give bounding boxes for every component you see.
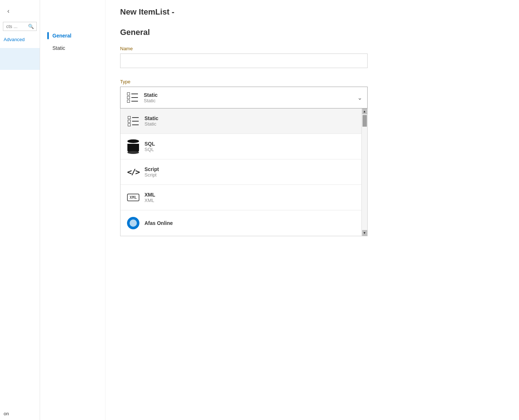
search-icon: 🔍 (28, 24, 34, 29)
nav-item-general[interactable]: General (47, 29, 98, 42)
dropdown-item-xml[interactable]: XML XML XML (120, 185, 362, 210)
script-item-primary: Script (144, 166, 159, 172)
name-label: Name (120, 46, 504, 51)
static-item-primary: Static (144, 115, 158, 121)
static-item-secondary: Static (144, 121, 158, 127)
sql-item-text: SQL SQL (144, 141, 155, 152)
afas-item-primary: Afas Online (144, 220, 173, 226)
selected-type-secondary: Static (144, 98, 158, 103)
dropdown-item-script[interactable]: </> Script Script (120, 159, 362, 185)
dropdown-menu-list: Static Static SQL SQL (120, 108, 368, 236)
selected-type-primary: Static (144, 92, 158, 98)
xml-tag-icon: XML (126, 194, 141, 201)
scroll-thumb[interactable] (362, 115, 367, 127)
nav-item-label-general: General (52, 33, 71, 39)
static-list-icon (126, 116, 141, 126)
dropdown-scrollbar[interactable]: ▲ ▼ (361, 108, 367, 236)
name-input[interactable] (120, 54, 368, 68)
sql-item-secondary: SQL (144, 147, 155, 152)
afas-item-text: Afas Online (144, 220, 173, 226)
type-label: Type (120, 79, 504, 84)
selected-type-text: Static Static (144, 92, 158, 103)
chevron-down-icon: ⌄ (357, 94, 362, 101)
search-input[interactable] (6, 24, 28, 29)
sql-db-icon (126, 139, 141, 154)
xml-item-primary: XML (144, 192, 155, 198)
type-dropdown-menu: Static Static SQL SQL (120, 108, 368, 236)
scroll-up-button[interactable]: ▲ (362, 108, 367, 114)
sql-item-primary: SQL (144, 141, 155, 147)
section-title: General (120, 28, 504, 37)
main-content: New ItemList - General Name Type (106, 0, 519, 420)
nav-item-static[interactable]: Static (47, 42, 98, 54)
scroll-down-button[interactable]: ▼ (362, 230, 367, 236)
xml-item-secondary: XML (144, 198, 155, 203)
page-title: New ItemList - (120, 7, 504, 17)
nav-item-label-static: Static (52, 45, 65, 51)
script-code-icon: </> (126, 167, 141, 177)
dropdown-item-static[interactable]: Static Static (120, 108, 362, 134)
search-box[interactable]: 🔍 (3, 22, 37, 31)
type-dropdown-trigger[interactable]: Static Static ⌄ (120, 87, 368, 108)
xml-item-text: XML XML (144, 192, 155, 203)
dropdown-item-afas[interactable]: Afas Online (120, 210, 362, 236)
selected-type-icon (125, 92, 140, 103)
sidebar-highlight (0, 48, 40, 70)
nav-panel: General Static (40, 0, 106, 420)
script-item-secondary: Script (144, 172, 159, 178)
advanced-link[interactable]: Advanced (0, 35, 40, 44)
back-button[interactable]: ‹ (7, 7, 9, 15)
afas-online-icon (126, 217, 141, 229)
script-item-text: Script Script (144, 166, 159, 178)
dropdown-item-sql[interactable]: SQL SQL (120, 134, 362, 159)
sidebar: ‹ 🔍 Advanced on (0, 0, 40, 420)
sidebar-bottom-text: on (0, 407, 40, 420)
static-item-text: Static Static (144, 115, 158, 127)
